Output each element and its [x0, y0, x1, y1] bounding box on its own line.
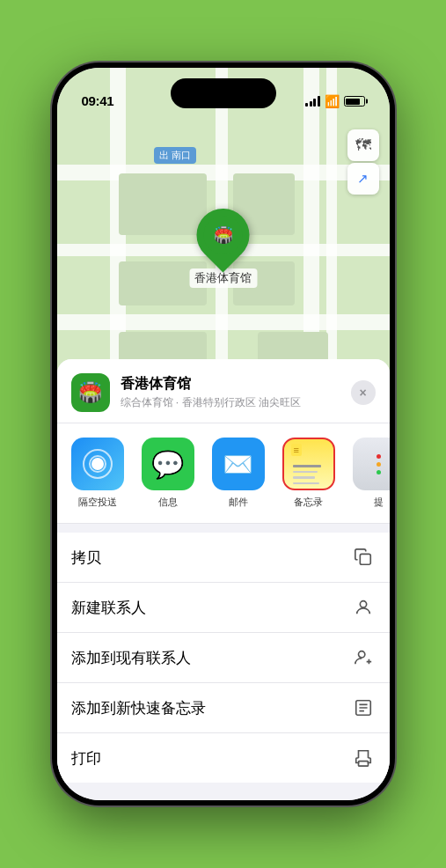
copy-icon — [351, 545, 376, 570]
phone-frame: 09:41 📶 — [52, 63, 395, 805]
mail-label: 邮件 — [229, 496, 248, 509]
action-copy-label: 拷贝 — [71, 548, 101, 568]
svg-point-1 — [360, 601, 366, 607]
location-pin[interactable]: 🏟️ 香港体育馆 — [189, 209, 257, 288]
share-row: 隔空投送 💬 信息 ✉️ 邮件 — [57, 423, 390, 524]
location-header: 🏟️ 香港体育馆 综合体育馆 · 香港特别行政区 油尖旺区 × — [57, 359, 390, 423]
notes-icon-wrap: ≡ — [282, 438, 335, 490]
dynamic-island — [171, 78, 276, 108]
map-controls: 🗺 ↗ — [347, 129, 379, 195]
phone-screen: 09:41 📶 — [57, 68, 390, 800]
map-layers-button[interactable]: 🗺 — [347, 129, 379, 161]
messages-icon-wrap: 💬 — [142, 438, 194, 490]
more-icon-wrap — [353, 438, 390, 490]
more-dots — [377, 454, 381, 474]
action-print-label: 打印 — [71, 748, 101, 769]
action-list: 拷贝 新建联系人 — [57, 533, 390, 783]
note-icon — [351, 695, 376, 720]
messages-label: 信息 — [158, 496, 178, 509]
action-copy[interactable]: 拷贝 — [57, 533, 390, 583]
action-new-contact[interactable]: 新建联系人 — [57, 583, 390, 633]
svg-rect-0 — [360, 554, 370, 564]
airdrop-label: 隔空投送 — [78, 496, 117, 509]
share-item-more[interactable]: 提 — [349, 438, 390, 509]
location-icon: 🏟️ — [71, 373, 110, 412]
battery-icon — [344, 96, 365, 107]
bottom-sheet: 🏟️ 香港体育馆 综合体育馆 · 香港特别行政区 油尖旺区 × — [57, 359, 390, 800]
share-item-airdrop[interactable]: 隔空投送 — [68, 438, 128, 509]
share-item-notes[interactable]: ≡ 备忘录 — [279, 438, 339, 509]
notes-lines — [288, 458, 330, 488]
location-subtitle: 综合体育馆 · 香港特别行政区 油尖旺区 — [121, 395, 351, 410]
action-add-notes[interactable]: 添加到新快速备忘录 — [57, 683, 390, 733]
signal-icon — [305, 96, 320, 107]
airdrop-icon — [71, 438, 124, 490]
person-icon — [351, 595, 376, 620]
action-print[interactable]: 打印 — [57, 733, 390, 783]
svg-point-2 — [358, 651, 364, 658]
notes-label: 备忘录 — [294, 496, 323, 509]
svg-rect-7 — [358, 761, 368, 767]
status-time: 09:41 — [82, 93, 114, 108]
share-item-messages[interactable]: 💬 信息 — [138, 438, 198, 509]
person-add-icon — [351, 645, 376, 670]
airdrop-icon-wrap — [71, 438, 124, 490]
location-name: 香港体育馆 — [121, 375, 351, 394]
status-icons: 📶 — [305, 94, 365, 108]
pin-circle: 🏟️ — [186, 198, 260, 273]
more-label: 提 — [374, 496, 384, 509]
location-info: 香港体育馆 综合体育馆 · 香港特别行政区 油尖旺区 — [121, 375, 351, 410]
action-add-notes-label: 添加到新快速备忘录 — [71, 698, 206, 718]
map-location-button[interactable]: ↗ — [347, 163, 379, 195]
close-button[interactable]: × — [351, 380, 376, 405]
share-item-mail[interactable]: ✉️ 邮件 — [208, 438, 268, 509]
action-new-contact-label: 新建联系人 — [71, 598, 146, 618]
print-icon — [351, 746, 376, 770]
wifi-icon: 📶 — [325, 94, 340, 108]
map-label: 出 南口 — [154, 147, 196, 164]
mail-icon-wrap: ✉️ — [212, 438, 265, 490]
action-add-existing[interactable]: 添加到现有联系人 — [57, 633, 390, 683]
action-add-existing-label: 添加到现有联系人 — [71, 648, 191, 668]
pin-inner: 🏟️ — [204, 216, 243, 254]
